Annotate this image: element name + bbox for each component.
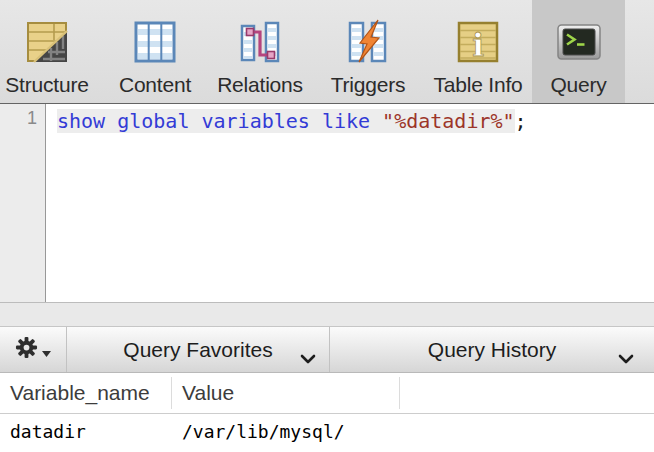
query-history-button[interactable]: Query History [330,327,654,372]
toolbar-item-relations[interactable]: Relations [213,0,307,103]
toolbar-item-query[interactable]: Query [532,0,625,103]
gear-dropdown-arrow-icon [42,338,51,362]
relations-icon [236,18,284,66]
cell-value: /var/lib/mysql/ [172,421,400,442]
structure-icon [23,18,71,66]
cell-variable-name: datadir [0,421,172,442]
toolbar-item-table-info[interactable]: i Table Info [430,0,526,103]
sql-query-text: show global variables like "%datadir%"; [57,109,527,133]
gear-menu-button[interactable] [0,327,67,372]
toolbar-item-structure[interactable]: Structure [0,0,94,103]
editor-horizontal-scrollbar[interactable] [0,302,654,326]
toolbar-item-label: Triggers [331,73,406,97]
results-table-body: datadir /var/lib/mysql/ [0,414,654,452]
column-header-value[interactable]: Value [172,377,400,409]
toolbar-item-label: Relations [217,73,303,97]
query-favorites-button[interactable]: Query Favorites [67,327,330,372]
main-toolbar: Structure Content [0,0,654,104]
query-terminal-icon [555,18,603,66]
toolbar-item-label: Table Info [433,73,522,97]
content-icon [131,18,179,66]
sql-string-literal: "%datadir%" [382,109,514,133]
sql-terminator: ; [515,109,527,133]
svg-text:i: i [472,26,484,64]
gear-icon [15,336,38,364]
chevron-down-icon [300,345,316,369]
results-table-header: Variable_name Value [0,373,654,414]
table-info-icon: i [454,18,502,66]
query-options-bar: Query Favorites Query History [0,326,654,373]
table-row[interactable]: datadir /var/lib/mysql/ [0,414,654,442]
toolbar-item-label: Structure [5,73,88,97]
toolbar-item-label: Query [550,73,606,97]
column-header-variable-name[interactable]: Variable_name [0,377,172,409]
column-header-empty [400,377,654,409]
query-editor[interactable]: 1 show global variables like "%datadir%"… [0,104,654,302]
toolbar-item-label: Content [119,73,191,97]
chevron-down-icon [618,345,634,369]
sql-keywords: show global variables like [57,109,382,133]
line-number: 1 [27,108,37,129]
query-favorites-label: Query Favorites [123,338,272,362]
line-number-gutter: 1 [0,104,46,302]
toolbar-item-content[interactable]: Content [108,0,202,103]
toolbar-item-triggers[interactable]: Triggers [321,0,415,103]
triggers-icon [344,18,392,66]
query-history-label: Query History [428,338,556,362]
